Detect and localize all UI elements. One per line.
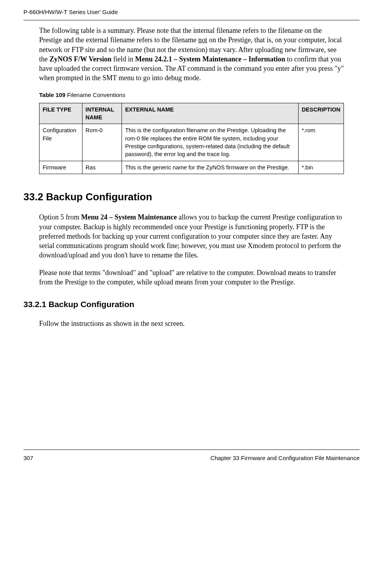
col-header-file-type: FILE TYPE xyxy=(39,103,82,124)
table-caption-text: Filename Conventions xyxy=(65,92,125,98)
section-33-2-1-para: Follow the instructions as shown in the … xyxy=(39,319,344,328)
section-33-2-para-2: Please note that terms "download" and "u… xyxy=(39,268,344,287)
cell-description: *.rom xyxy=(298,124,344,161)
intro-bold-2: Menu 24.2.1 – System Maintenance – Infor… xyxy=(135,55,285,63)
table-number: Table 109 xyxy=(39,92,65,98)
table-row: Configuration File Rom-0 This is the con… xyxy=(39,124,344,161)
para1-text-1: Option 5 from xyxy=(39,213,81,221)
section-33-2-para-1: Option 5 from Menu 24 – System Maintenan… xyxy=(39,212,344,260)
col-header-external-name: EXTERNAL NAME xyxy=(122,103,299,124)
heading-33-2-1: 33.2.1 Backup Configuration xyxy=(23,298,360,310)
cell-internal-name: Ras xyxy=(82,161,122,174)
heading-33-2: 33.2 Backup Configuration xyxy=(23,190,360,204)
table-row: Firmware Ras This is the generic name fo… xyxy=(39,161,344,174)
intro-paragraph: The following table is a summary. Please… xyxy=(39,26,344,83)
cell-file-type: Configuration File xyxy=(39,124,82,161)
cell-internal-name: Rom-0 xyxy=(82,124,122,161)
cell-file-type: Firmware xyxy=(39,161,82,174)
cell-external-name: This is the generic name for the ZyNOS f… xyxy=(122,161,299,174)
col-header-internal-name: INTERNAL NAME xyxy=(82,103,122,124)
table-header-row: FILE TYPE INTERNAL NAME EXTERNAL NAME DE… xyxy=(39,103,344,124)
col-header-description: DESCRIPTION xyxy=(298,103,344,124)
filename-conventions-table: FILE TYPE INTERNAL NAME EXTERNAL NAME DE… xyxy=(39,103,344,174)
intro-underlined: not xyxy=(198,36,207,44)
table-caption: Table 109 Filename Conventions xyxy=(39,91,344,99)
intro-bold-1: ZyNOS F/W Version xyxy=(50,55,112,63)
page-number: 307 xyxy=(23,454,33,462)
cell-description: *.bin xyxy=(298,161,344,174)
document-header: P-660H/HW/W-T Series User' Guide xyxy=(23,8,360,20)
para1-bold: Menu 24 – System Maintenance xyxy=(81,213,177,221)
guide-title: P-660H/HW/W-T Series User' Guide xyxy=(23,9,118,15)
whitespace-spacer xyxy=(23,336,360,450)
page-footer: 307 Chapter 33 Firmware and Configuratio… xyxy=(23,450,360,462)
cell-external-name: This is the configuration filename on th… xyxy=(122,124,299,161)
intro-text-3: field in xyxy=(111,55,135,63)
chapter-title: Chapter 33 Firmware and Configuration Fi… xyxy=(210,454,360,462)
